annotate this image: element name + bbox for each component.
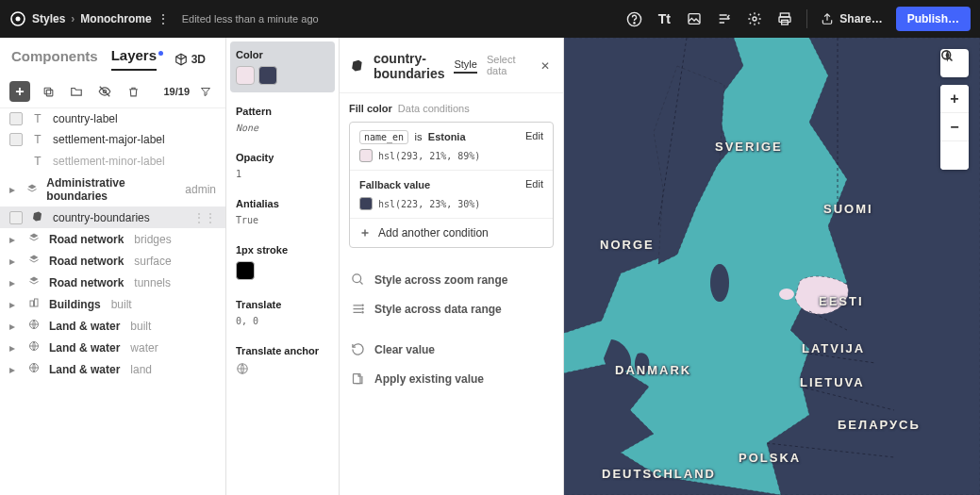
tab-layers[interactable]: Layers <box>111 47 157 71</box>
drag-handle-icon[interactable]: ⋮⋮ <box>193 211 216 224</box>
prop-title: Antialias <box>236 198 329 209</box>
layer-group-admin[interactable]: ▸ Administrative boundaries admin <box>0 173 225 206</box>
svg-point-18 <box>353 274 361 283</box>
svg-rect-9 <box>46 90 53 96</box>
svg-point-25 <box>779 289 794 300</box>
edit-link[interactable]: Edit <box>525 178 543 190</box>
typography-icon[interactable]: Tt <box>656 10 673 27</box>
layer-group-roads-tunnels[interactable]: ▸ Road network tunnels <box>0 272 225 293</box>
publish-button[interactable]: Publish… <box>896 7 971 31</box>
svg-rect-12 <box>30 301 34 306</box>
logo-icon[interactable] <box>9 10 26 27</box>
prop-translate-anchor[interactable]: Translate anchor <box>226 336 339 388</box>
share-button[interactable]: Share… <box>821 12 882 25</box>
add-layer-button[interactable] <box>9 81 30 102</box>
folder-button[interactable] <box>66 81 87 102</box>
prop-title: Pattern <box>236 106 329 117</box>
gear-icon[interactable] <box>746 10 763 27</box>
edit-link[interactable]: Edit <box>525 130 543 141</box>
hsl-value: hsl(223, 23%, 30%) <box>378 199 480 209</box>
delete-button[interactable] <box>123 81 143 102</box>
layer-sublabel: surface <box>134 255 171 268</box>
image-icon[interactable] <box>686 10 703 27</box>
layer-label: Land & water <box>49 320 120 333</box>
breadcrumb-current[interactable]: Monochrome <box>80 12 151 25</box>
prop-translate[interactable]: Translate 0, 0 <box>226 289 339 336</box>
checkbox-icon <box>9 133 23 146</box>
layer-item-settlement-major[interactable]: T settlement-major-label ⋮⋮ <box>0 129 225 150</box>
style-zoom-button[interactable]: Style across zoom range <box>349 265 554 294</box>
layer-label: Administrative boundaries <box>46 176 174 203</box>
globe-icon <box>26 340 42 355</box>
svg-point-3 <box>634 22 635 23</box>
apply-existing-button[interactable]: Apply existing value <box>349 364 554 393</box>
prop-pattern[interactable]: Pattern None <box>226 96 339 142</box>
text-layer-icon: T <box>30 155 45 168</box>
action-label: Clear value <box>374 343 435 356</box>
layer-group-landwater-land[interactable]: ▸ Land & water land <box>0 358 225 380</box>
layer-item-country-label[interactable]: T country-label ⋮⋮ <box>0 108 225 129</box>
tab-components[interactable]: Components <box>11 48 98 70</box>
layer-group-roads-surface[interactable]: ▸ Road network surface <box>0 250 225 272</box>
add-condition-button[interactable]: Add another condition <box>350 218 553 247</box>
stroke-swatch[interactable] <box>236 261 255 280</box>
layer-item-settlement-minor[interactable]: T settlement-minor-label <box>0 150 225 173</box>
layer-group-landwater-built[interactable]: ▸ Land & water built <box>0 315 225 337</box>
chevron-right-icon: ▸ <box>9 363 19 376</box>
top-bar: Styles › Monochrome ⋮ Edited less than a… <box>0 0 980 38</box>
layer-sublabel: built <box>130 320 151 333</box>
close-icon[interactable]: ✕ <box>539 58 552 74</box>
layer-group-landwater-water[interactable]: ▸ Land & water water <box>0 337 225 358</box>
color-swatch-dark[interactable] <box>258 66 277 85</box>
tab-3d[interactable]: 3D <box>174 53 214 66</box>
help-icon[interactable] <box>625 10 642 27</box>
tab-style[interactable]: Style <box>454 58 476 74</box>
filter-button[interactable] <box>195 81 216 102</box>
layer-group-buildings[interactable]: ▸ Buildings built <box>0 293 225 315</box>
prop-value: 0, 0 <box>236 316 329 326</box>
checkbox-icon <box>9 112 23 125</box>
clear-value-button[interactable]: Clear value <box>349 335 554 364</box>
layer-label: country-boundaries <box>53 211 150 224</box>
layer-sublabel: bridges <box>134 233 171 246</box>
condition-item-fallback[interactable]: Edit Fallback value hsl(223, 23%, 30%) <box>350 170 553 218</box>
prop-stroke[interactable]: 1px stroke <box>226 235 339 289</box>
match-value: Estonia <box>428 131 466 142</box>
layer-label: Land & water <box>49 341 120 355</box>
zoom-in-button[interactable]: + <box>940 85 969 113</box>
chevron-right-icon: ▸ <box>9 183 18 196</box>
tab-select-data[interactable]: Select data <box>487 54 529 78</box>
history-icon[interactable] <box>716 10 733 27</box>
chevron-right-icon: ▸ <box>9 298 19 311</box>
divider <box>806 9 807 28</box>
visibility-button[interactable] <box>94 81 115 102</box>
breadcrumb-root[interactable]: Styles <box>32 12 65 25</box>
prop-title: 1px stroke <box>236 244 329 256</box>
chevron-right-icon: ▸ <box>9 255 19 268</box>
op-label: is <box>415 131 423 142</box>
text-layer-icon: T <box>30 112 45 125</box>
hsl-value: hsl(293, 21%, 89%) <box>378 151 480 161</box>
layer-group-roads-bridges[interactable]: ▸ Road network bridges <box>0 228 225 250</box>
prop-opacity[interactable]: Opacity 1 <box>226 142 339 189</box>
color-swatch-light[interactable] <box>236 66 255 85</box>
action-label: Style across zoom range <box>374 273 507 287</box>
prop-antialias[interactable]: Antialias True <box>226 189 339 235</box>
svg-rect-22 <box>354 374 361 384</box>
zoom-out-button[interactable]: − <box>940 113 969 141</box>
fill-layer-icon <box>30 210 45 224</box>
map-canvas[interactable]: SVERIGENORGESUOMIEESTILATVIJALIETUVADANM… <box>564 38 980 495</box>
condition-item-estonia[interactable]: Edit name_en is Estonia hsl(293, 21%, 89… <box>350 123 553 170</box>
prop-title: Color <box>236 49 329 60</box>
compass-button[interactable] <box>940 141 969 170</box>
print-icon[interactable] <box>776 10 793 27</box>
tab-3d-label: 3D <box>191 53 206 66</box>
layer-count: 19/19 <box>163 86 190 97</box>
prop-color[interactable]: Color <box>230 41 335 92</box>
layer-item-country-boundaries[interactable]: country-boundaries ⋮⋮ <box>0 206 225 228</box>
prop-value: True <box>236 215 329 225</box>
style-data-button[interactable]: Style across data range <box>349 294 554 323</box>
duplicate-button[interactable] <box>38 81 58 102</box>
prop-title: Opacity <box>236 152 329 163</box>
more-icon[interactable]: ⋮ <box>158 12 169 25</box>
